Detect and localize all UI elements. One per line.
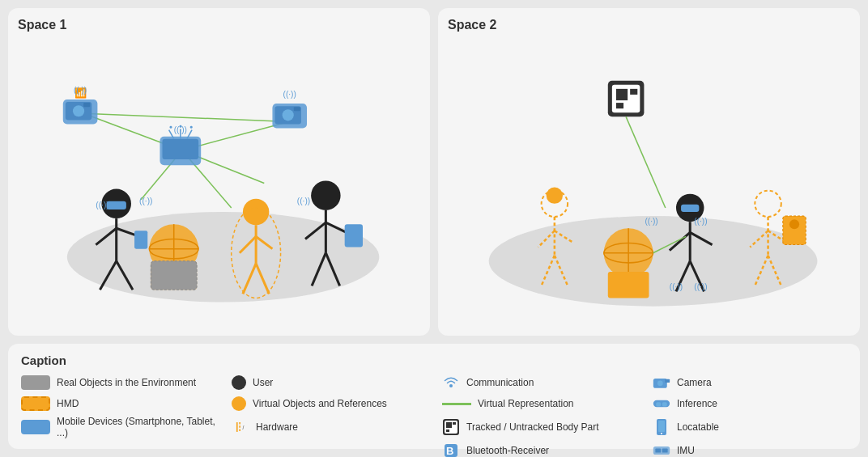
caption-locatable: Tracked / Untracked Body Part [442,416,636,438]
caption-hmd: Inference [653,395,847,413]
svg-point-10 [73,105,84,116]
caption-camera-label: Camera [677,377,712,388]
svg-text:((·)): ((·)) [139,197,152,205]
hmd-legend-icon [653,395,670,413]
locatable-legend-icon [442,418,460,436]
caption-communication: Communication [442,374,636,391]
caption-bluetooth: B Bluetooth-Receiver [442,442,636,457]
legend-blue-box [21,420,50,434]
caption-inference: Virtual Representation [442,395,636,413]
caption-bluetooth-label: Bluetooth-Receiver [466,445,549,456]
svg-rect-112 [446,429,449,432]
svg-rect-62 [616,89,628,100]
space1-panel: Space 1 📶 [8,8,430,336]
svg-text:((·)): ((·)) [297,197,310,205]
svg-line-2 [83,113,289,121]
svg-rect-110 [446,422,452,428]
main-container: Space 1 📶 [0,0,868,457]
svg-rect-42 [151,261,197,290]
top-row: Space 1 📶 [8,8,860,336]
caption-hmd-label: Inference [677,398,717,409]
svg-point-44 [243,199,269,225]
svg-text:●: ● [179,123,182,129]
space1-scene: 📶 ((·)) ((·)) ((·)) [18,39,420,328]
tracked-legend-icon: / [232,418,249,436]
svg-text:((·)): ((·)) [694,217,707,226]
svg-rect-11 [83,103,90,107]
caption-title: Caption [21,353,847,367]
space2-svg: ((·)) ((·)) ((·)) ((·)) [448,39,850,328]
svg-rect-63 [630,89,637,95]
caption-imu: IMU [653,442,847,457]
svg-rect-28 [107,201,126,209]
caption-camera: Camera [653,374,847,391]
legend-dark-dot [232,375,246,390]
svg-text:((·)): ((·)) [694,282,707,291]
svg-rect-101 [665,379,670,383]
caption-virtual-rep-label: Virtual Objects and References [253,398,387,409]
svg-rect-34 [134,231,147,248]
legend-gray-box [21,375,50,390]
caption-virtual-label: HMD [57,398,79,409]
svg-rect-64 [616,103,623,108]
svg-text:●: ● [189,124,193,130]
svg-text:●: ● [169,124,172,130]
caption-mobile-label: Locatable [677,421,719,433]
imu-legend-icon [653,442,670,457]
legend-green-line [442,403,471,405]
space2-title: Space 2 [448,18,850,32]
svg-point-51 [311,180,341,210]
svg-point-97 [789,219,799,229]
svg-point-115 [661,433,662,434]
svg-text:((·)): ((·)) [96,201,108,209]
svg-point-90 [755,191,781,217]
svg-text:((·)): ((·)) [74,86,87,95]
caption-hardware-label: Mobile Devices (Smartphone, Tablet, ...) [57,416,215,438]
caption-inference-label: Virtual Representation [478,398,574,409]
caption-locatable-label: Tracked / Untracked Body Part [466,421,599,433]
bluetooth-legend-icon: B [442,442,460,457]
svg-rect-79 [681,205,699,212]
svg-rect-120 [662,448,668,452]
space1-svg: 📶 ((·)) ((·)) ((·)) [18,39,420,328]
svg-rect-16 [294,107,300,111]
caption-communication-label: Communication [466,377,534,388]
svg-text:((·)): ((·)) [283,90,296,99]
legend-orange-dot [232,396,246,411]
wifi-legend-icon [442,374,460,391]
svg-text:B: B [446,445,453,457]
svg-point-72 [547,188,563,204]
svg-point-100 [657,380,663,386]
caption-hardware: Mobile Devices (Smartphone, Tablet, ...) [21,416,215,438]
caption-user: User [232,374,426,391]
svg-rect-119 [655,448,661,452]
caption-tracked: / Hardware [232,416,426,438]
caption-imu-label: IMU [677,445,695,456]
caption-virtual-rep: Virtual Objects and References [232,395,426,413]
caption-real-objects: Real Objects in the Environment [21,374,215,391]
caption-virtual-objects: HMD [21,395,215,413]
svg-point-98 [449,384,453,387]
svg-text:((·)): ((·)) [645,217,657,226]
svg-rect-102 [653,400,670,407]
space2-scene: ((·)) ((·)) ((·)) ((·)) [448,39,850,328]
space2-panel: Space 2 [438,8,860,336]
svg-text:((·)): ((·)) [670,282,683,291]
svg-point-15 [283,109,294,121]
caption-grid: Real Objects in the Environment User Com… [21,374,847,457]
svg-rect-20 [163,139,199,159]
caption-mobile: Locatable [653,416,847,438]
caption-tracked-label: Hardware [256,421,298,433]
legend-orange-box [21,396,50,411]
space1-title: Space 1 [18,18,420,32]
svg-text:/: / [243,425,245,430]
camera-legend-icon [653,374,670,391]
caption-real-objects-label: Real Objects in the Environment [57,377,196,388]
caption-panel: Caption Real Objects in the Environment … [8,344,860,449]
svg-rect-57 [345,224,363,247]
svg-rect-111 [453,422,456,425]
svg-rect-104 [662,402,667,406]
caption-user-label: User [253,377,273,388]
svg-line-65 [626,116,666,208]
svg-rect-114 [658,421,665,432]
